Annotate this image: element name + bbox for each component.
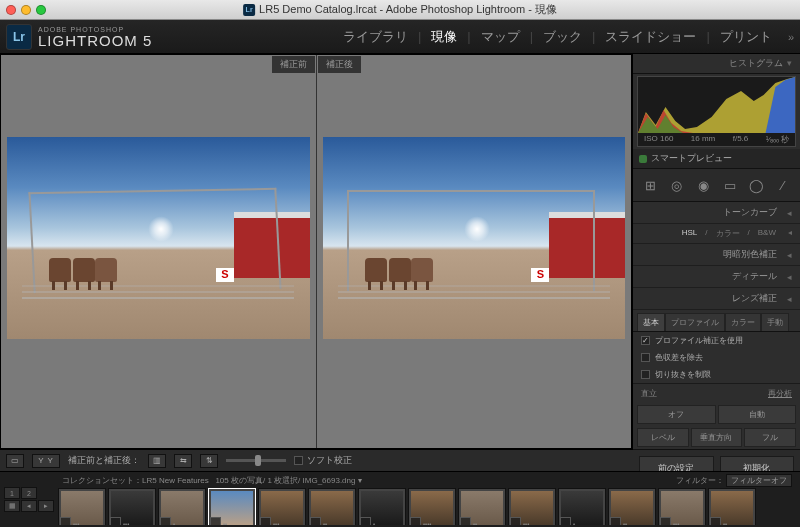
upright-level-button[interactable]: レベル bbox=[637, 428, 689, 447]
upright-vertical-button[interactable]: 垂直方向 bbox=[691, 428, 743, 447]
smart-preview-label: スマートプレビュー bbox=[651, 152, 732, 165]
tab-color[interactable]: カラー bbox=[725, 313, 761, 331]
brush-tool-icon[interactable]: ⁄ bbox=[772, 175, 794, 195]
checkbox-icon bbox=[641, 370, 650, 379]
module-print[interactable]: プリント bbox=[710, 28, 782, 46]
spot-tool-icon[interactable]: ◎ bbox=[666, 175, 688, 195]
upright-full-button[interactable]: フル bbox=[744, 428, 796, 447]
chevron-down-icon: ◂ bbox=[787, 294, 792, 304]
upright-off-button[interactable]: オフ bbox=[637, 405, 716, 424]
histogram-header[interactable]: ヒストグラム▾ bbox=[633, 54, 800, 74]
histo-focal: 16 mm bbox=[691, 134, 715, 145]
chevron-left-icon: ◂ bbox=[787, 208, 792, 218]
filter-label: フィルター： bbox=[676, 476, 724, 485]
after-pane[interactable]: 補正後 S bbox=[317, 55, 632, 448]
histo-shutter: ¹⁄₈₀₀ 秒 bbox=[766, 134, 789, 145]
filmstrip: 1 2 ▦ ◂ ▸ コレクションセット：LR5 New Features 105… bbox=[0, 471, 800, 527]
filmstrip-thumbs[interactable]: ••• ••• • •• ••• •• • •••• •• ••• • •• •… bbox=[58, 487, 796, 525]
ba-mode-1-icon[interactable]: ▥ bbox=[148, 454, 166, 468]
histogram[interactable]: ISO 160 16 mm f/5.6 ¹⁄₈₀₀ 秒 bbox=[637, 76, 796, 147]
module-develop[interactable]: 現像 bbox=[421, 28, 467, 46]
main-window-button[interactable]: 1 bbox=[4, 487, 20, 499]
module-library[interactable]: ライブラリ bbox=[333, 28, 418, 46]
redeye-tool-icon[interactable]: ◉ bbox=[692, 175, 714, 195]
smart-preview-icon bbox=[639, 155, 647, 163]
enable-profile-row[interactable]: ✓プロファイル補正を使用 bbox=[633, 332, 800, 349]
thumbnail[interactable]: •••• bbox=[408, 488, 456, 525]
lightroom-icon: Lr bbox=[243, 4, 255, 16]
checkbox-icon bbox=[641, 353, 650, 362]
checkbox-icon: ✓ bbox=[641, 336, 650, 345]
thumbnail[interactable]: • bbox=[158, 488, 206, 525]
tool-strip: ⊞ ◎ ◉ ▭ ◯ ⁄ bbox=[633, 168, 800, 202]
ba-mode-2-icon[interactable]: ⇆ bbox=[174, 454, 192, 468]
module-slideshow[interactable]: スライドショー bbox=[595, 28, 706, 46]
thumbnail[interactable]: • bbox=[558, 488, 606, 525]
after-photo: S bbox=[323, 137, 626, 339]
tab-basic[interactable]: 基本 bbox=[637, 313, 665, 331]
collapse-icon: ▾ bbox=[787, 58, 792, 68]
radial-tool-icon[interactable]: ◯ bbox=[745, 175, 767, 195]
tone-curve-panel[interactable]: トーンカーブ◂ bbox=[633, 202, 800, 224]
loupe-view-button[interactable]: ▭ bbox=[6, 454, 24, 468]
module-expand-button[interactable]: » bbox=[782, 31, 794, 43]
tab-manual[interactable]: 手動 bbox=[761, 313, 789, 331]
soft-proof-toggle[interactable]: ソフト校正 bbox=[294, 454, 352, 467]
tab-profile[interactable]: プロファイル bbox=[665, 313, 725, 331]
module-book[interactable]: ブック bbox=[533, 28, 592, 46]
filmstrip-breadcrumb[interactable]: コレクションセット：LR5 New Features 105 枚の写真/ 1 枚… bbox=[62, 475, 362, 486]
remove-ca-row[interactable]: 色収差を除去 bbox=[633, 349, 800, 366]
thumbnail[interactable]: ••• bbox=[108, 488, 156, 525]
forward-icon[interactable]: ▸ bbox=[38, 500, 54, 512]
ba-mode-3-icon[interactable]: ⇅ bbox=[200, 454, 218, 468]
lightroom-logo: Lr bbox=[6, 24, 32, 50]
thumbnail[interactable]: •• bbox=[458, 488, 506, 525]
smart-preview-row: スマートプレビュー bbox=[633, 149, 800, 168]
thumbnail[interactable]: • bbox=[358, 488, 406, 525]
workspace: 補正前 S 補正後 S ヒストグラム▾ bbox=[0, 54, 800, 449]
thumbnail[interactable]: •• bbox=[308, 488, 356, 525]
chevron-left-icon: ◂ bbox=[788, 228, 792, 239]
histo-iso: ISO 160 bbox=[644, 134, 673, 145]
thumbnail[interactable]: ••• bbox=[658, 488, 706, 525]
app-header: Lr ADOBE PHOTOSHOP LIGHTROOM 5 ライブラリ| 現像… bbox=[0, 20, 800, 54]
gradient-tool-icon[interactable]: ▭ bbox=[719, 175, 741, 195]
before-label: 補正前 bbox=[272, 56, 315, 73]
thumbnail[interactable]: ••• bbox=[508, 488, 556, 525]
thumbnail[interactable]: •• bbox=[608, 488, 656, 525]
module-picker: ライブラリ| 現像| マップ| ブック| スライドショー| プリント » bbox=[333, 28, 794, 46]
thumbnail[interactable]: ••• bbox=[58, 488, 106, 525]
title-center: Lr LR5 Demo Catalog.lrcat - Adobe Photos… bbox=[243, 2, 557, 17]
brand-main: LIGHTROOM 5 bbox=[38, 33, 152, 48]
zoom-window-button[interactable] bbox=[36, 5, 46, 15]
constrain-crop-row[interactable]: 切り抜きを制限 bbox=[633, 366, 800, 383]
lens-correction-panel[interactable]: レンズ補正◂ bbox=[633, 288, 800, 310]
thumbnail-selected[interactable]: •• bbox=[208, 488, 256, 525]
back-icon[interactable]: ◂ bbox=[21, 500, 37, 512]
module-map[interactable]: マップ bbox=[471, 28, 530, 46]
thumbnail[interactable]: ••• bbox=[258, 488, 306, 525]
before-photo: S bbox=[7, 137, 310, 339]
upright-auto-button[interactable]: 自動 bbox=[718, 405, 797, 424]
split-toning-panel[interactable]: 明暗別色補正◂ bbox=[633, 244, 800, 266]
before-pane[interactable]: 補正前 S bbox=[1, 55, 317, 448]
before-after-label: 補正前と補正後： bbox=[68, 454, 140, 467]
filmstrip-nav: 1 2 ▦ ◂ ▸ bbox=[4, 487, 54, 512]
minimize-window-button[interactable] bbox=[21, 5, 31, 15]
hsl-panel[interactable]: HSL/カラー/B&W◂ bbox=[633, 224, 800, 244]
detail-panel[interactable]: ディテール◂ bbox=[633, 266, 800, 288]
thumbnail[interactable]: •• bbox=[708, 488, 756, 525]
filter-select[interactable]: フィルターオフ bbox=[726, 474, 792, 487]
right-panel: ヒストグラム▾ ISO 160 16 mm f/5.6 ¹⁄₈₀₀ 秒 スマート… bbox=[632, 54, 800, 449]
compare-view-button[interactable]: Y Y bbox=[32, 454, 60, 468]
crop-tool-icon[interactable]: ⊞ bbox=[639, 175, 661, 195]
checkbox-icon bbox=[294, 456, 303, 465]
window-controls bbox=[6, 5, 46, 15]
close-window-button[interactable] bbox=[6, 5, 16, 15]
second-window-button[interactable]: 2 bbox=[21, 487, 37, 499]
before-after-view: 補正前 S 補正後 S bbox=[0, 54, 632, 449]
reanalyze-button[interactable]: 再分析 bbox=[768, 388, 792, 399]
brand: Lr ADOBE PHOTOSHOP LIGHTROOM 5 bbox=[6, 24, 152, 50]
zoom-slider[interactable] bbox=[226, 459, 286, 462]
grid-icon[interactable]: ▦ bbox=[4, 500, 20, 512]
